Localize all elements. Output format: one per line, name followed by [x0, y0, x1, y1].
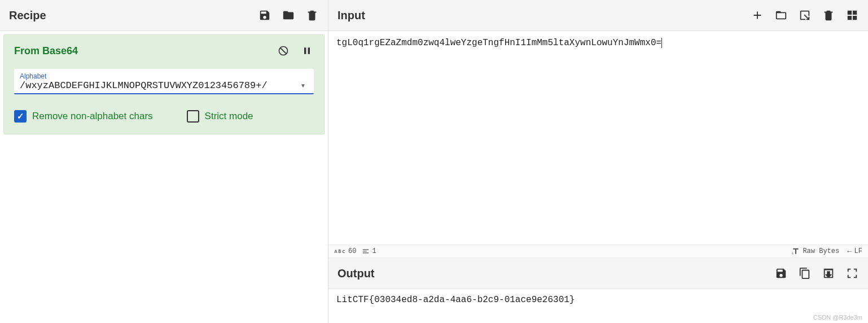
maximize-output-icon[interactable] [845, 267, 859, 280]
checkbox-checked-icon [14, 110, 27, 123]
watermark: CSDN @R3de3m [813, 314, 862, 321]
input-header: Input [328, 0, 868, 31]
move-output-to-input-icon[interactable] [822, 267, 835, 280]
recipe-header: Recipe [0, 0, 328, 31]
encoding-toggle[interactable]: Raw Bytes [791, 247, 839, 256]
copy-output-icon[interactable] [798, 267, 812, 280]
output-title: Output [337, 267, 375, 280]
save-recipe-icon[interactable] [258, 8, 271, 22]
checkbox-unchecked-icon [187, 110, 199, 123]
add-input-icon[interactable] [751, 8, 764, 22]
line-ending-toggle[interactable]: ← LF [847, 247, 862, 256]
open-folder-input-icon[interactable] [774, 8, 788, 22]
clear-input-icon[interactable] [822, 8, 835, 22]
operation-title: From Base64 [14, 45, 78, 57]
output-textarea[interactable]: LitCTF{03034ed8-a2da-4aa6-b2c9-01ace9e26… [328, 289, 868, 323]
alphabet-dropdown-icon[interactable]: ▼ [298, 82, 308, 89]
input-text: tgL0q1rgEZaZmdm0zwq4lweYzgeTngfHnI1ImMm5… [336, 38, 661, 48]
layout-toggle-icon[interactable] [845, 8, 859, 22]
status-bar: ᴀʙᴄ 60 1 Raw Bytes ← LF [328, 245, 868, 258]
input-textarea[interactable]: tgL0q1rgEZaZmdm0zwq4lweYzgeTngfHnI1ImMm5… [328, 31, 868, 245]
alphabet-label: Alphabet [20, 72, 308, 80]
disable-operation-icon[interactable] [277, 44, 290, 58]
output-text: LitCTF{03034ed8-a2da-4aa6-b2c9-01ace9e26… [336, 295, 575, 305]
strict-mode-checkbox[interactable]: Strict mode [187, 110, 253, 123]
delete-recipe-icon[interactable] [305, 8, 319, 22]
save-output-icon[interactable] [774, 267, 788, 280]
char-count: ᴀʙᴄ 60 [334, 247, 356, 255]
recipe-title: Recipe [9, 9, 46, 22]
recipe-pane: Recipe From Base64 [0, 0, 328, 323]
open-file-input-icon[interactable] [798, 8, 812, 22]
remove-non-alpha-checkbox[interactable]: Remove non-alphabet chars [14, 110, 153, 123]
pause-operation-icon[interactable] [300, 44, 314, 58]
remove-non-alpha-label: Remove non-alphabet chars [32, 111, 153, 122]
operation-card-from-base64: From Base64 Alphabet ▼ [3, 34, 325, 134]
alphabet-input[interactable] [20, 80, 298, 91]
alphabet-field[interactable]: Alphabet ▼ [14, 69, 314, 94]
io-pane: Input tgL0q1rgEZaZmdm0zwq4lweYz [328, 0, 868, 323]
line-count: 1 [362, 247, 376, 255]
folder-icon[interactable] [282, 8, 295, 22]
output-header: Output [328, 258, 868, 289]
strict-mode-label: Strict mode [205, 111, 253, 122]
recipe-list: From Base64 Alphabet ▼ [0, 31, 328, 323]
input-title: Input [337, 9, 365, 22]
